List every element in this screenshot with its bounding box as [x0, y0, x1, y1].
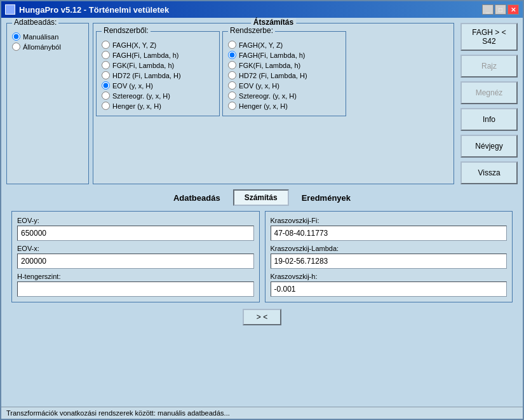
title-buttons: _ □ ✕ — [482, 4, 519, 15]
eov-x-input[interactable] — [17, 254, 254, 269]
rendszerbol-options: FAGH(X, Y, Z) FAGH(Fi, Lambda, h) FGK(Fi… — [102, 41, 214, 110]
status-text: Transzformációk vonatkozási rendszerek k… — [6, 409, 230, 417]
atsz-inner: Rendszerből: FAGH(X, Y, Z) FAGH(Fi, Lamb… — [96, 31, 451, 116]
to-sztereogr[interactable]: Sztereogr. (y, x, H) — [228, 91, 340, 100]
h-tengerszint-label: H-tengerszint: — [17, 273, 254, 280]
status-bar: Transzformációk vonatkozási rendszerek k… — [1, 407, 523, 419]
krasz-lambda-label: Kraszovszkij-Lambda: — [271, 245, 507, 252]
tabs-row: Adatbeadás Számítás Eredmények — [6, 189, 518, 206]
atsz-legend: Átszámítás — [251, 18, 296, 27]
input-panel: EOV-y: EOV-x: H-tengerszint: — [11, 211, 260, 302]
window-title: HungaPro v5.12 - Történelmi vetületek — [19, 5, 169, 15]
manualisan-radio[interactable] — [12, 32, 20, 41]
eov-y-label: EOV-y: — [17, 217, 254, 224]
title-bar-left: HungaPro v5.12 - Történelmi vetületek — [5, 4, 169, 15]
h-tengerszint-input[interactable] — [17, 281, 254, 297]
atsz-panel: Átszámítás Rendszerből: FAGH(X, Y, Z) — [93, 23, 454, 184]
rendszerbe-legend: Rendszerbe: — [228, 26, 275, 35]
fagh-s42-button[interactable]: FAGH > < S42 — [460, 23, 518, 51]
rendszerbe-panel: Rendszerbe: FAGH(X, Y, Z) FAGH(Fi, Lambd… — [222, 31, 346, 116]
rendszerbol-panel: Rendszerből: FAGH(X, Y, Z) FAGH(Fi, Lamb… — [96, 31, 220, 116]
adatbeadas-panel: Adatbeadás: Manuálisan Állományból — [6, 23, 89, 184]
krasz-lambda-input[interactable] — [271, 254, 507, 269]
rajz-button[interactable]: Rajz — [460, 55, 518, 78]
megn-button[interactable]: Megnéz — [460, 81, 518, 104]
from-fagh-fi[interactable]: FAGH(Fi, Lambda, h) — [102, 51, 214, 59]
to-fagh-xyz[interactable]: FAGH(X, Y, Z) — [228, 41, 340, 49]
right-buttons: FAGH > < S42 Rajz Megnéz Info Névjegy Vi… — [460, 23, 518, 184]
from-fgk[interactable]: FGK(Fi, Lambda, h) — [102, 61, 214, 69]
info-button[interactable]: Info — [460, 108, 518, 131]
from-henger[interactable]: Henger (y, x, H) — [102, 102, 214, 110]
tab-szamitas[interactable]: Számítás — [233, 189, 289, 206]
manualisan-option[interactable]: Manuálisan — [12, 32, 83, 41]
to-eov[interactable]: EOV (y, x, H) — [228, 81, 340, 90]
to-henger[interactable]: Henger (y, x, H) — [228, 102, 340, 110]
nevjegy-button[interactable]: Névjegy — [460, 135, 518, 158]
eov-y-input[interactable] — [17, 226, 254, 241]
from-sztereogr[interactable]: Sztereogr. (y, x, H) — [102, 91, 214, 100]
allomanybol-option[interactable]: Állományból — [12, 43, 83, 51]
minimize-button[interactable]: _ — [482, 4, 494, 15]
allomanybol-label: Állományból — [23, 43, 61, 51]
to-hd72[interactable]: HD72 (Fi, Lambda, H) — [228, 71, 340, 79]
manualisan-label: Manuálisan — [23, 33, 58, 41]
to-fagh-fi[interactable]: FAGH(Fi, Lambda, h) — [228, 51, 340, 59]
adatbeadas-content: Manuálisan Állományból — [12, 32, 83, 51]
vissza-button[interactable]: Vissza — [460, 161, 518, 184]
top-section: Adatbeadás: Manuálisan Állományból Átszá… — [6, 23, 518, 184]
submit-row: > < — [6, 309, 518, 325]
rendszerbe-options: FAGH(X, Y, Z) FAGH(Fi, Lambda, h) FGK(Fi… — [228, 41, 340, 110]
main-content: Adatbeadás: Manuálisan Állományból Átszá… — [1, 18, 523, 407]
close-button[interactable]: ✕ — [507, 4, 519, 15]
from-fagh-xyz[interactable]: FAGH(X, Y, Z) — [102, 41, 214, 49]
allomanybol-radio[interactable] — [12, 43, 20, 51]
eov-x-label: EOV-x: — [17, 245, 254, 252]
from-eov[interactable]: EOV (y, x, H) — [102, 81, 214, 90]
krasz-h-input[interactable] — [271, 281, 507, 297]
tab-eredmenyek-label: Eredmények — [289, 193, 363, 203]
data-section: EOV-y: EOV-x: H-tengerszint: Kraszovszki… — [6, 211, 518, 302]
submit-button[interactable]: > < — [243, 309, 281, 325]
main-window: HungaPro v5.12 - Történelmi vetületek _ … — [0, 0, 524, 420]
rendszerbol-legend: Rendszerből: — [102, 26, 151, 35]
from-hd72[interactable]: HD72 (Fi, Lambda, H) — [102, 71, 214, 79]
title-bar: HungaPro v5.12 - Történelmi vetületek _ … — [1, 1, 523, 18]
krasz-fi-input[interactable] — [271, 226, 507, 241]
to-fgk[interactable]: FGK(Fi, Lambda, h) — [228, 61, 340, 69]
tab-adatbeadas-label: Adatbeadás — [161, 193, 233, 203]
app-icon — [5, 4, 15, 15]
output-panel: Kraszovszkij-Fi: Kraszovszkij-Lambda: Kr… — [265, 211, 513, 302]
krasz-h-label: Kraszovszkij-h: — [271, 273, 507, 280]
krasz-fi-label: Kraszovszkij-Fi: — [271, 217, 507, 224]
adatbeadas-legend: Adatbeadás: — [12, 18, 58, 27]
maximize-button[interactable]: □ — [495, 4, 506, 15]
